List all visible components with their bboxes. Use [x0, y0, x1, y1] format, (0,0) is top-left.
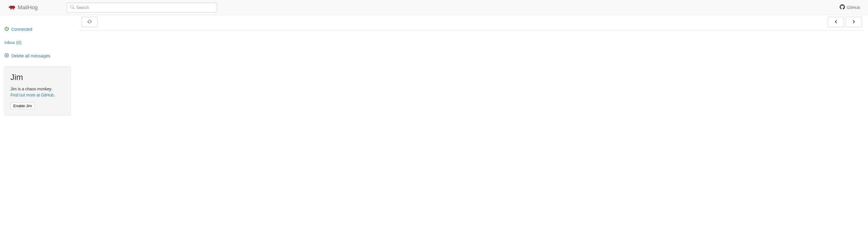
search-wrap [67, 3, 217, 12]
enable-jim-button[interactable]: Enable Jim [10, 102, 35, 109]
refresh-button[interactable] [81, 17, 97, 27]
brand[interactable]: MailHog [8, 4, 38, 11]
jim-description: Jim is a chaos monkey. [10, 87, 52, 91]
power-icon [4, 26, 9, 32]
brand-text: MailHog [18, 4, 38, 11]
jim-title: Jim [10, 73, 65, 82]
jim-link-suffix: . [54, 93, 55, 97]
prev-page-button[interactable] [828, 17, 844, 27]
inbox-link[interactable]: Inbox (0) [4, 40, 71, 45]
refresh-icon [87, 19, 92, 25]
hog-icon [8, 5, 15, 10]
chevron-left-icon [834, 20, 838, 24]
github-label: GitHub [847, 5, 860, 10]
sidebar: Connected Inbox (0) Delete all messages … [0, 15, 75, 241]
main [75, 15, 868, 241]
delete-icon [4, 53, 9, 58]
delete-label: Delete all messages [11, 53, 50, 58]
search-input[interactable] [67, 3, 217, 12]
jim-link[interactable]: Find out more at GitHub [10, 93, 54, 97]
navbar: MailHog GitHub [0, 0, 868, 15]
next-page-button[interactable] [846, 17, 862, 27]
github-icon [840, 4, 845, 10]
delete-all-link[interactable]: Delete all messages [4, 53, 71, 58]
inbox-label: Inbox (0) [4, 40, 21, 45]
pager [828, 17, 862, 27]
chevron-right-icon [852, 20, 856, 24]
connection-status[interactable]: Connected [4, 26, 71, 32]
github-link[interactable]: GitHub [840, 4, 860, 10]
jim-panel: Jim Jim is a chaos monkey. Find out more… [4, 66, 71, 115]
connected-label: Connected [11, 27, 32, 32]
search-icon [70, 5, 74, 10]
toolbar [80, 17, 864, 30]
